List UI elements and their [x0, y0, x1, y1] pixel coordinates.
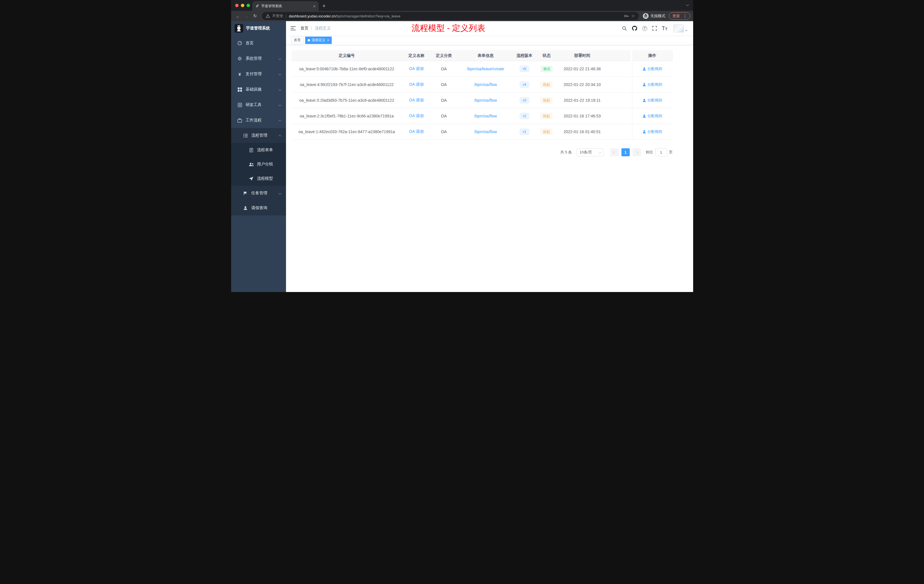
- incognito-label: 无痕模式: [650, 13, 665, 18]
- column-header: 操作: [632, 53, 673, 58]
- sidebar-item-task-management[interactable]: 任务管理: [231, 186, 286, 201]
- caret-down-icon: [685, 30, 687, 32]
- breadcrumb-home[interactable]: 首页: [300, 26, 309, 31]
- browser-menu-icon[interactable]: ⋮: [682, 13, 688, 18]
- sidebar-item-workflow[interactable]: 工作流程: [231, 112, 286, 128]
- tab-search-chevron-icon[interactable]: [686, 2, 688, 7]
- sidebar-item-process-forms[interactable]: 流程表单: [231, 143, 286, 157]
- form-link[interactable]: /bpm/oa/flow: [474, 82, 497, 87]
- table-row: oa_leave:4:991f2193-7b7f-11ec-a3c8-acde4…: [291, 77, 673, 92]
- incognito-badge: 无痕模式: [643, 13, 665, 19]
- sidebar-item-leave-query[interactable]: 请假查询: [231, 201, 286, 215]
- sidebar-item-devtools[interactable]: 研发工具: [231, 97, 286, 112]
- status-badge: 挂起: [541, 81, 553, 88]
- document-icon: [249, 148, 254, 152]
- tag-home[interactable]: 首页: [291, 36, 304, 44]
- tab-close-icon[interactable]: ×: [313, 4, 316, 8]
- sidebar-item-user-groups[interactable]: 用户分组: [231, 157, 286, 172]
- app-title: 芋道管理系统: [246, 26, 270, 31]
- table-row: oa_leave:2:3c1f0ef1-76b1-11ec-9c66-a2380…: [291, 108, 673, 124]
- prev-page-button[interactable]: [610, 148, 619, 156]
- definition-category: OA: [431, 66, 457, 71]
- help-icon[interactable]: ?: [642, 26, 647, 31]
- sidebar: 芋道管理系统 首页 系统管理 ¥ 支付管理 基础设施: [231, 21, 286, 292]
- version-badge: v3: [520, 97, 529, 104]
- user-menu[interactable]: [673, 24, 687, 33]
- minimize-window-button[interactable]: [241, 4, 244, 7]
- address-bar[interactable]: 不安全 | dashboard.yudao.iocoder.cn/bpm/man…: [262, 12, 639, 20]
- url-domain: dashboard.yudao.iocoder.cn: [289, 14, 335, 18]
- fullscreen-icon[interactable]: [652, 26, 657, 31]
- form-link[interactable]: /bpm/oa/flow: [474, 98, 497, 102]
- page-url: dashboard.yudao.iocoder.cn/bpm/manager/d…: [289, 14, 401, 18]
- chevron-down-icon: [599, 150, 601, 155]
- goto-page-input[interactable]: [655, 148, 667, 156]
- assign-user-icon: [643, 67, 646, 71]
- font-size-icon[interactable]: [662, 26, 667, 30]
- maximize-window-button[interactable]: [247, 4, 250, 7]
- definition-name-link[interactable]: OA 请假: [409, 66, 424, 71]
- update-label: 更新: [673, 13, 680, 18]
- sidebar-item-system[interactable]: 系统管理: [231, 51, 286, 66]
- browser-tab[interactable]: 芋道管理系统 ×: [252, 1, 318, 11]
- sidebar-item-infrastructure[interactable]: 基础设施: [231, 82, 286, 97]
- table-row: oa_leave:3:1fad3d93-7b75-11ec-a3c8-acde4…: [291, 92, 673, 108]
- gear-icon: [238, 56, 242, 61]
- sidebar-toggle-icon[interactable]: [290, 26, 296, 31]
- avatar[interactable]: [673, 24, 684, 33]
- sidebar-item-process-models[interactable]: 流程模型: [231, 172, 286, 186]
- not-secure-icon: [266, 14, 270, 18]
- navbar-actions: ?: [622, 24, 687, 33]
- bookmark-star-icon[interactable]: ☆: [631, 13, 635, 18]
- tag-close-icon[interactable]: ×: [327, 38, 330, 42]
- security-label: 不安全: [272, 13, 284, 18]
- forward-button[interactable]: →: [243, 14, 251, 18]
- definition-name-link[interactable]: OA 请假: [409, 114, 424, 118]
- table-header-row: 定义编号 定义名称 定义分类 表单信息 流程版本 状态 部署时间 操作: [291, 50, 673, 61]
- new-tab-button[interactable]: +: [323, 3, 326, 8]
- definition-category: OA: [431, 129, 457, 134]
- update-chip[interactable]: 更新 ⋮: [669, 12, 690, 20]
- definition-name-link[interactable]: OA 请假: [409, 129, 424, 134]
- form-link[interactable]: /bpm/oa/flow: [474, 114, 497, 118]
- page-size-select[interactable]: 10条/页: [577, 148, 604, 156]
- form-link[interactable]: /bpm/oa/flow: [474, 129, 497, 134]
- close-window-button[interactable]: [235, 4, 239, 7]
- users-icon: [249, 163, 254, 166]
- assign-rule-link[interactable]: 分配规则: [643, 98, 662, 103]
- password-key-icon[interactable]: [624, 14, 629, 18]
- active-tag-dot: [308, 39, 310, 41]
- github-icon[interactable]: [632, 26, 637, 31]
- tag-process-definition[interactable]: 流程定义 ×: [305, 36, 332, 44]
- separator: |: [286, 14, 287, 18]
- assign-rule-link[interactable]: 分配规则: [643, 66, 662, 71]
- status-badge: 挂起: [541, 113, 553, 119]
- pagination: 共 5 条 10条/页 1 前往 页: [291, 148, 673, 156]
- total-count: 共 5 条: [560, 150, 572, 155]
- sidebar-logo[interactable]: 芋道管理系统: [231, 21, 286, 35]
- status-badge: 挂起: [541, 97, 553, 104]
- definition-name-link[interactable]: OA 请假: [409, 82, 424, 87]
- next-page-button[interactable]: [633, 148, 641, 156]
- sidebar-item-process-management[interactable]: 流程管理: [231, 128, 286, 143]
- form-link[interactable]: /bpm/oa/leave/create: [467, 66, 504, 71]
- page-jumper: 前往 页: [646, 148, 673, 156]
- column-header: 定义编号: [291, 53, 402, 58]
- page-title-annotation: 流程模型 - 定义列表: [412, 23, 485, 34]
- dashboard-icon: [238, 41, 242, 45]
- sidebar-item-payment[interactable]: ¥ 支付管理: [231, 66, 286, 82]
- back-button[interactable]: ←: [234, 14, 242, 18]
- sidebar-item-home[interactable]: 首页: [231, 35, 286, 51]
- assign-rule-link[interactable]: 分配规则: [643, 129, 662, 134]
- table-row: oa_leave:1:482ec033-762a-11ec-8477-a2380…: [291, 124, 673, 140]
- assign-rule-link[interactable]: 分配规则: [643, 114, 662, 119]
- reload-button[interactable]: ↻: [251, 13, 259, 18]
- briefcase-icon: [238, 118, 242, 122]
- assign-rule-link[interactable]: 分配规则: [643, 82, 662, 87]
- definition-name-link[interactable]: OA 请假: [409, 98, 424, 102]
- search-icon[interactable]: [622, 26, 627, 31]
- definition-id: oa_leave:4:991f2193-7b7f-11ec-a3c8-acde4…: [291, 82, 402, 87]
- page-1-button[interactable]: 1: [621, 148, 630, 156]
- breadcrumb-separator: /: [311, 26, 312, 31]
- assign-user-icon: [643, 83, 646, 86]
